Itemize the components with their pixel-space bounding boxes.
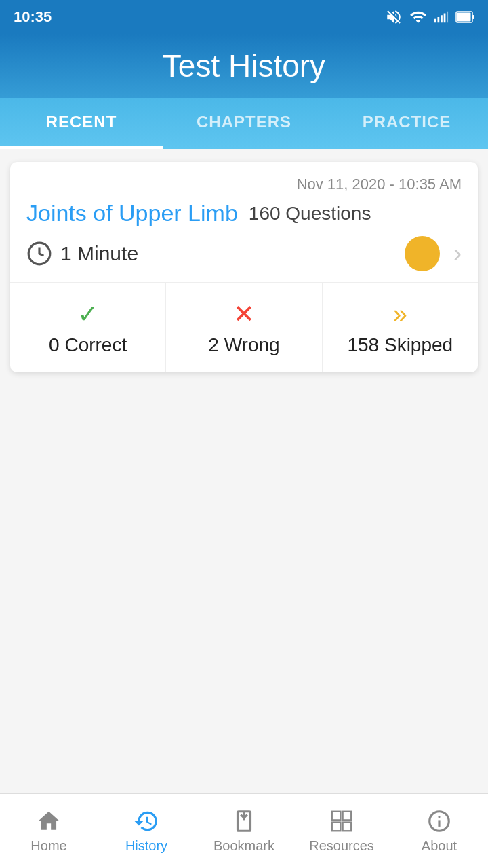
svg-point-17: [439, 816, 440, 818]
svg-rect-14: [343, 823, 352, 831]
status-time: 10:35: [14, 8, 52, 26]
page-title: Test History: [0, 47, 488, 98]
svg-rect-0: [434, 19, 436, 23]
tab-recent[interactable]: RECENT: [0, 98, 163, 149]
svg-rect-11: [332, 812, 341, 821]
svg-rect-7: [472, 15, 474, 19]
bottom-nav: Home History Bookmark Resources: [0, 793, 488, 868]
card-date: Nov 11, 2020 - 10:35 AM: [26, 176, 462, 193]
card-title-row: Joints of Upper Limb 160 Questions: [26, 200, 462, 226]
svg-rect-1: [438, 17, 440, 22]
battery-icon: [455, 11, 474, 23]
tab-chapters[interactable]: CHAPTERS: [163, 98, 325, 149]
nav-item-home[interactable]: Home: [0, 794, 98, 868]
test-history-card[interactable]: Nov 11, 2020 - 10:35 AM Joints of Upper …: [10, 162, 478, 372]
svg-rect-6: [458, 13, 471, 22]
tab-bar: RECENT CHAPTERS PRACTICE: [0, 98, 488, 149]
bookmark-icon: [231, 808, 257, 834]
score-circle: [405, 236, 440, 271]
status-icons: [385, 8, 474, 26]
home-icon: [36, 808, 62, 834]
nav-label-about: About: [422, 838, 457, 854]
wifi-icon: [409, 8, 427, 26]
wrong-label: 2 Wrong: [208, 334, 279, 356]
card-question-count: 160 Questions: [249, 203, 371, 224]
nav-label-resources: Resources: [309, 838, 374, 854]
duration-label: 1 Minute: [60, 242, 138, 265]
content-area: Nov 11, 2020 - 10:35 AM Joints of Upper …: [0, 149, 488, 691]
card-stats: ✓ 0 Correct ✕ 2 Wrong » 158 Skipped: [10, 283, 478, 372]
tab-practice[interactable]: PRACTICE: [325, 98, 488, 149]
card-meta-row: 1 Minute ›: [26, 236, 462, 271]
header: Test History RECENT CHAPTERS PRACTICE: [0, 34, 488, 149]
skipped-label: 158 Skipped: [347, 334, 453, 356]
correct-label: 0 Correct: [49, 334, 127, 356]
nav-item-bookmark[interactable]: Bookmark: [195, 794, 293, 868]
nav-item-about[interactable]: About: [390, 794, 488, 868]
mute-icon: [385, 8, 403, 26]
svg-rect-3: [444, 14, 446, 23]
stat-wrong: ✕ 2 Wrong: [166, 283, 322, 372]
card-duration: 1 Minute: [26, 241, 138, 267]
chevron-right-icon: ›: [453, 239, 462, 268]
nav-item-history[interactable]: History: [98, 794, 195, 868]
clock-icon: [26, 241, 52, 267]
wrong-icon: ✕: [233, 299, 255, 329]
nav-label-bookmark: Bookmark: [214, 838, 274, 854]
skipped-icon: »: [393, 300, 407, 329]
nav-item-resources[interactable]: Resources: [293, 794, 390, 868]
status-bar: 10:35: [0, 0, 488, 34]
card-subject: Joints of Upper Limb: [26, 200, 238, 226]
correct-icon: ✓: [77, 299, 99, 329]
card-meta-right: ›: [405, 236, 462, 271]
signal-icon: [434, 9, 449, 24]
history-icon: [134, 808, 159, 834]
svg-rect-12: [343, 812, 352, 821]
about-icon: [426, 808, 452, 834]
resources-icon: [329, 808, 354, 834]
nav-label-history: History: [125, 838, 167, 854]
stat-correct: ✓ 0 Correct: [10, 283, 166, 372]
svg-rect-13: [332, 823, 341, 831]
nav-label-home: Home: [30, 838, 66, 854]
svg-rect-4: [447, 12, 448, 23]
svg-rect-2: [441, 15, 443, 22]
stat-skipped: » 158 Skipped: [323, 283, 478, 372]
